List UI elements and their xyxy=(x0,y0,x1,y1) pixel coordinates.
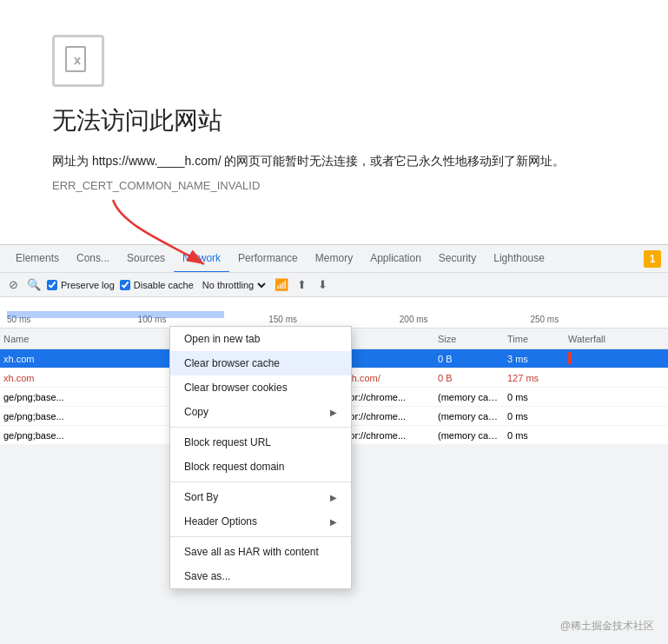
col-header-time[interactable]: Time xyxy=(504,334,565,344)
row-name: xh.com xyxy=(0,354,174,364)
row-size: (memory cac... xyxy=(434,411,504,422)
col-header-size[interactable]: Size xyxy=(434,334,504,344)
disable-cache-checkbox[interactable]: Disable cache xyxy=(120,280,194,290)
row-time: 0 ms xyxy=(504,430,565,441)
row-name: ge/png;base... xyxy=(0,392,174,402)
context-menu: Open in new tab Clear browser cache Clea… xyxy=(169,326,352,589)
row-size: 0 B xyxy=(434,354,504,364)
row-time: 0 ms xyxy=(504,392,565,402)
col-header-waterfall[interactable]: Waterfall xyxy=(565,334,668,344)
row-time: 3 ms xyxy=(504,354,565,364)
ctx-clear-cookies[interactable]: Clear browser cookies xyxy=(170,375,351,400)
ctx-header-arrow: ▶ xyxy=(330,517,337,527)
filter-icon[interactable]: ⊘ xyxy=(5,277,21,293)
tab-performance[interactable]: Performance xyxy=(229,245,307,273)
ctx-sort-arrow: ▶ xyxy=(330,493,337,502)
timeline-bar: 50 ms 100 ms 150 ms 200 ms 250 ms xyxy=(0,297,668,329)
row-size: 0 B xyxy=(434,373,504,383)
network-toolbar: ⊘ 🔍 Preserve log Disable cache No thrott… xyxy=(0,273,668,297)
timeline-label-150: 150 ms xyxy=(268,315,400,324)
row-size: (memory cac... xyxy=(434,430,504,441)
row-name: ge/png;base... xyxy=(0,430,174,441)
upload-icon[interactable]: ⬆ xyxy=(294,277,310,293)
tab-security[interactable]: Security xyxy=(430,245,485,273)
row-time: 127 ms xyxy=(504,373,565,383)
ctx-clear-cache[interactable]: Clear browser cache xyxy=(170,351,351,375)
tab-application[interactable]: Application xyxy=(361,245,430,273)
ctx-block-domain[interactable]: Block request domain xyxy=(170,455,351,479)
tab-sources[interactable]: Sources xyxy=(118,245,174,273)
row-time: 0 ms xyxy=(504,411,565,422)
error-description: 网址为 https://www.____h.com/ 的网页可能暂时无法连接，或… xyxy=(52,151,616,170)
ctx-save-har[interactable]: Save all as HAR with content xyxy=(170,540,351,564)
ctx-separator-2 xyxy=(170,481,351,482)
error-code: ERR_CERT_COMMON_NAME_INVALID xyxy=(52,179,616,192)
timeline-label-200: 200 ms xyxy=(400,315,531,324)
ctx-sort-by[interactable]: Sort By ▶ xyxy=(170,485,351,509)
col-header-name[interactable]: Name xyxy=(0,334,174,344)
ctx-separator-1 xyxy=(170,427,351,428)
search-icon[interactable]: 🔍 xyxy=(26,277,42,293)
ctx-save-as[interactable]: Save as... xyxy=(170,564,351,588)
watermark: @稀土掘金技术社区 xyxy=(560,619,654,634)
row-name: xh.com xyxy=(0,373,174,383)
error-title: 无法访问此网站 xyxy=(52,104,616,137)
ctx-header-options[interactable]: Header Options ▶ xyxy=(170,509,351,534)
ctx-copy[interactable]: Copy ▶ xyxy=(170,400,351,424)
download-icon[interactable]: ⬇ xyxy=(315,277,331,293)
ctx-block-url[interactable]: Block request URL xyxy=(170,430,351,455)
preserve-log-checkbox[interactable]: Preserve log xyxy=(47,280,115,290)
row-size: (memory cac... xyxy=(434,392,504,402)
error-icon xyxy=(52,35,104,87)
tab-memory[interactable]: Memory xyxy=(307,245,361,273)
devtools-tabs-bar: Elements Cons... Sources Network Perform… xyxy=(0,245,668,273)
ctx-open-new-tab[interactable]: Open in new tab xyxy=(170,327,351,351)
tab-elements[interactable]: Elements xyxy=(7,245,68,273)
timeline-fill xyxy=(7,311,224,318)
wifi-icon[interactable]: 📶 xyxy=(274,277,289,293)
ctx-copy-arrow: ▶ xyxy=(330,408,337,417)
tab-console[interactable]: Cons... xyxy=(68,245,118,273)
tab-lighthouse[interactable]: Lighthouse xyxy=(485,245,553,273)
timeline-label-250: 250 ms xyxy=(530,315,661,324)
row-name: ge/png;base... xyxy=(0,411,174,422)
warning-badge: 1 xyxy=(644,250,661,268)
row-waterfall xyxy=(565,352,668,366)
tab-network[interactable]: Network xyxy=(174,245,229,273)
ctx-separator-3 xyxy=(170,536,351,537)
error-page: 无法访问此网站 网址为 https://www.____h.com/ 的网页可能… xyxy=(0,0,668,243)
throttle-select[interactable]: No throttling xyxy=(199,279,268,291)
